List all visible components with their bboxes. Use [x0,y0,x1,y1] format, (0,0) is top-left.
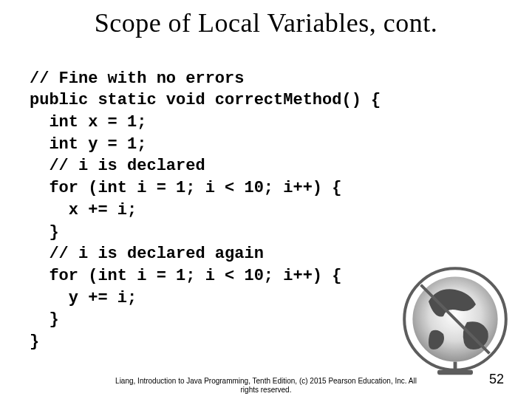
globe-icon [396,260,514,378]
code-line: for (int i = 1; i < 10; i++) { [30,179,341,197]
footer-line: rights reserved. [241,386,292,394]
code-line: x += i; [30,201,137,219]
code-line: public static void correctMethod() { [30,91,381,109]
code-line: int x = 1; [30,113,146,132]
slide: Scope of Local Variables, cont. // Fine … [0,0,532,399]
code-line: int y = 1; [30,135,146,154]
code-line: y += i; [30,289,137,307]
slide-title: Scope of Local Variables, cont. [0,0,532,46]
code-line: } [30,332,39,351]
code-line: } [30,223,59,242]
footer-line: Liang, Introduction to Java Programming,… [115,377,417,385]
footer-copyright: Liang, Introduction to Java Programming,… [0,377,532,395]
code-line: for (int i = 1; i < 10; i++) { [30,267,341,285]
svg-rect-3 [437,370,473,375]
code-line: // Fine with no errors [30,69,244,88]
code-line: } [30,310,59,329]
code-line: // i is declared [30,157,205,175]
code-line: // i is declared again [30,245,264,263]
